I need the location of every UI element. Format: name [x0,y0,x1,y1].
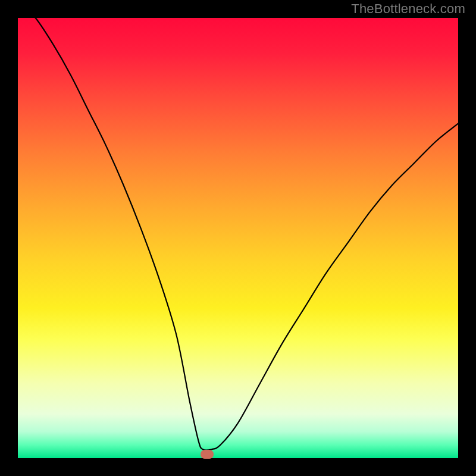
watermark-text: TheBottleneck.com [351,1,465,17]
optimal-point-marker [201,450,214,459]
chart-container: TheBottleneck.com [0,0,476,476]
bottleneck-curve [18,18,458,458]
